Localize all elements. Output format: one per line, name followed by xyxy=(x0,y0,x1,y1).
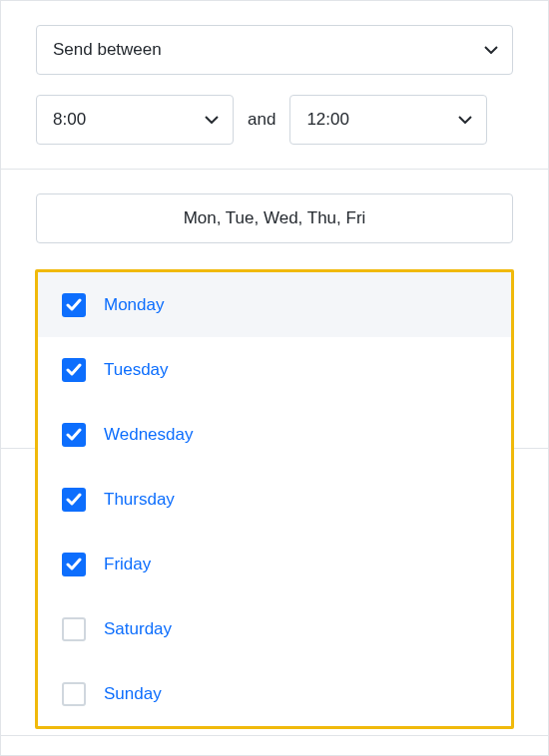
day-item-friday[interactable]: Friday xyxy=(38,532,511,596)
checkbox-checked-icon[interactable] xyxy=(62,358,86,382)
checkbox-checked-icon[interactable] xyxy=(62,423,86,447)
end-time-select[interactable]: 12:00 xyxy=(289,95,487,145)
end-time-value: 12:00 xyxy=(306,110,349,130)
and-label: and xyxy=(248,110,275,130)
start-time-select[interactable]: 8:00 xyxy=(36,95,234,145)
checkbox-checked-icon[interactable] xyxy=(62,488,86,512)
chevron-down-icon xyxy=(205,116,219,124)
chevron-down-icon xyxy=(458,116,472,124)
schedule-section: Send between 8:00 and 12:00 xyxy=(1,1,548,170)
day-label: Thursday xyxy=(104,490,175,510)
checkbox-checked-icon[interactable] xyxy=(62,293,86,317)
days-dropdown-panel: MondayTuesdayWednesdayThursdayFridaySatu… xyxy=(35,269,514,729)
day-item-monday[interactable]: Monday xyxy=(38,272,511,337)
day-label: Sunday xyxy=(104,684,162,704)
day-label: Wednesday xyxy=(104,425,193,445)
checkbox-unchecked-icon[interactable] xyxy=(62,617,86,641)
mode-select[interactable]: Send between xyxy=(36,25,513,75)
time-row: 8:00 and 12:00 xyxy=(36,95,513,145)
day-item-saturday[interactable]: Saturday xyxy=(38,596,511,661)
days-select[interactable]: Mon, Tue, Wed, Thu, Fri xyxy=(36,193,513,243)
day-item-thursday[interactable]: Thursday xyxy=(38,467,511,532)
checkbox-checked-icon[interactable] xyxy=(62,553,86,576)
mode-select-value: Send between xyxy=(53,40,162,60)
chevron-down-icon xyxy=(484,46,498,54)
day-item-sunday[interactable]: Sunday xyxy=(38,661,511,726)
start-time-value: 8:00 xyxy=(53,110,86,130)
footer-divider xyxy=(0,735,549,736)
day-label: Tuesday xyxy=(104,360,169,380)
day-label: Saturday xyxy=(104,619,172,639)
day-label: Friday xyxy=(104,555,151,574)
day-label: Monday xyxy=(104,295,164,315)
days-summary-text: Mon, Tue, Wed, Thu, Fri xyxy=(184,208,366,228)
day-item-wednesday[interactable]: Wednesday xyxy=(38,402,511,467)
checkbox-unchecked-icon[interactable] xyxy=(62,682,86,706)
day-item-tuesday[interactable]: Tuesday xyxy=(38,337,511,402)
